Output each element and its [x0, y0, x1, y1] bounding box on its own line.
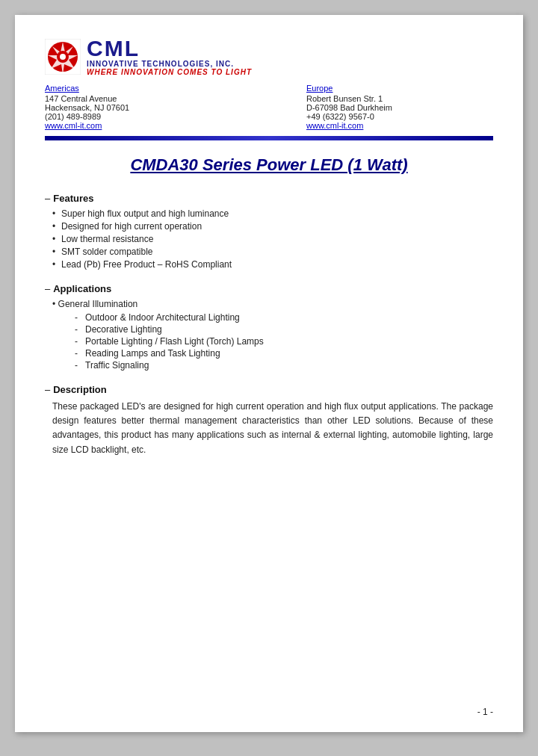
applications-section: –Applications • General Illumination Out… — [45, 283, 493, 371]
list-item: Portable Lighting / Flash Light (Torch) … — [75, 336, 493, 347]
americas-line1: 147 Central Avenue — [45, 94, 232, 103]
applications-heading: –Applications — [45, 283, 493, 294]
logo-innovative-text: INNOVATIVE TECHNOLOGIES, INC. — [87, 60, 252, 68]
list-item: Decorative Lighting — [75, 324, 493, 335]
list-item: Reading Lamps and Task Lighting — [75, 348, 493, 359]
features-heading: –Features — [45, 193, 493, 204]
page: CML INNOVATIVE TECHNOLOGIES, INC. WHERE … — [15, 15, 523, 732]
feature-list: Super high flux output and high luminanc… — [45, 208, 493, 270]
list-item: Outdoor & Indoor Architectural Lighting — [75, 312, 493, 323]
page-number: - 1 - — [477, 707, 493, 717]
europe-line2: D-67098 Bad Durkheim — [306, 103, 493, 112]
americas-phone: (201) 489-8989 — [45, 112, 232, 121]
list-item: Low thermal resistance — [52, 234, 493, 244]
applications-main: • General Illumination — [45, 299, 493, 309]
description-text: These packaged LED's are designed for hi… — [45, 400, 493, 457]
applications-sub-list: Outdoor & Indoor Architectural Lighting … — [45, 312, 493, 371]
europe-label: Europe — [306, 84, 493, 93]
description-section: –Description These packaged LED's are de… — [45, 384, 493, 457]
address-americas: Americas 147 Central Avenue Hackensack, … — [45, 84, 232, 130]
logo-text-block: CML INNOVATIVE TECHNOLOGIES, INC. WHERE … — [87, 37, 252, 76]
description-heading: –Description — [45, 384, 493, 395]
logo-area: CML INNOVATIVE TECHNOLOGIES, INC. WHERE … — [45, 37, 252, 76]
list-item: Super high flux output and high luminanc… — [52, 208, 493, 219]
americas-label: Americas — [45, 84, 232, 93]
europe-phone: +49 (6322) 9567-0 — [306, 112, 493, 121]
divider — [45, 136, 493, 140]
features-section: –Features Super high flux output and hig… — [45, 193, 493, 270]
list-item: Lead (Pb) Free Product – RoHS Compliant — [52, 259, 493, 270]
header: CML INNOVATIVE TECHNOLOGIES, INC. WHERE … — [45, 37, 493, 76]
americas-line2: Hackensack, NJ 07601 — [45, 103, 232, 112]
list-item: Designed for high current operation — [52, 221, 493, 232]
europe-web[interactable]: www.cml-it.com — [306, 121, 493, 130]
address-europe: Europe Robert Bunsen Str. 1 D-67098 Bad … — [232, 84, 493, 130]
address-section: Americas 147 Central Avenue Hackensack, … — [45, 84, 493, 130]
list-item: SMT solder compatible — [52, 247, 493, 257]
americas-web[interactable]: www.cml-it.com — [45, 121, 232, 130]
svg-point-4 — [60, 54, 66, 60]
logo-where-text: WHERE INNOVATION COMES TO LIGHT — [87, 68, 252, 76]
cml-logo-icon — [45, 39, 81, 75]
logo-cml-text: CML — [87, 37, 252, 60]
europe-line1: Robert Bunsen Str. 1 — [306, 94, 493, 103]
product-title: CMDA30 Series Power LED (1 Watt) — [45, 155, 493, 175]
list-item: Traffic Signaling — [75, 360, 493, 371]
